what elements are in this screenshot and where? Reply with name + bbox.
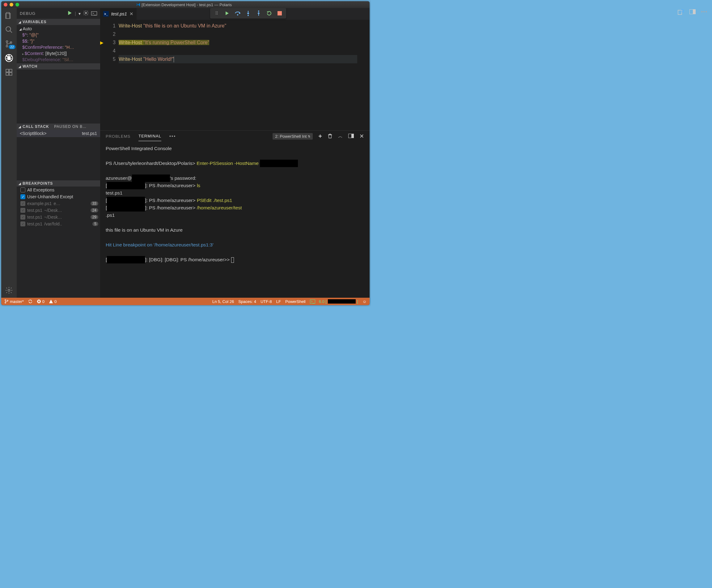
debug-header-label: DEBUG (20, 11, 36, 16)
continue-button[interactable] (223, 9, 232, 18)
variable-row[interactable]: $ConfirmPreference: "H… (19, 44, 100, 50)
svg-point-11 (85, 12, 86, 14)
breakpoint-row[interactable]: ✓test.ps1/var/fold..5 (17, 220, 100, 227)
panel-tab-terminal[interactable]: TERMINAL (139, 131, 161, 141)
breakpoint-row[interactable]: All Exceptions (17, 187, 100, 193)
svg-point-2 (6, 45, 8, 47)
checkbox-icon[interactable]: ✓ (20, 201, 25, 206)
svg-point-23 (5, 302, 6, 303)
tab-label: test.ps1 (111, 12, 127, 16)
breakpoint-row[interactable]: ✓example.ps1e…33 (17, 200, 100, 207)
minimize-window[interactable] (9, 3, 13, 6)
breakpoint-row[interactable]: ✓test.ps1~/Desk…24 (17, 207, 100, 214)
svg-point-0 (6, 26, 11, 31)
breakpoint-row[interactable]: ✓test.ps1~/Desk…29 (17, 214, 100, 220)
new-terminal-icon[interactable]: + (318, 133, 322, 140)
variables-scope-auto[interactable]: ◢ Auto (19, 26, 100, 32)
debug-sidebar: DEBUG | ▾ >_ ◢VARIABLES ◢ Auto $^: "@{"$… (17, 8, 100, 298)
svg-rect-17 (278, 11, 282, 16)
settings-gear-icon[interactable] (5, 286, 13, 295)
svg-point-15 (247, 15, 249, 16)
activity-bar: 22 (1, 8, 17, 298)
debug-drag-handle-icon[interactable]: ⠿ (212, 9, 221, 18)
callstack-frame[interactable]: <ScriptBlock>test.ps1 (17, 130, 100, 137)
variable-row[interactable]: ▸ $Content: [Byte[120]] (19, 50, 100, 57)
svg-point-14 (237, 14, 238, 16)
panel-tab-overflow-icon[interactable]: ••• (169, 134, 176, 139)
stop-button[interactable] (275, 9, 284, 18)
warnings-status[interactable]: 0 (49, 299, 57, 304)
step-into-button[interactable] (244, 9, 253, 18)
status-bar: master* 0 0 Ln 5, Col 26 Spaces: 4 UTF-8… (1, 298, 370, 305)
svg-point-5 (7, 56, 11, 60)
search-icon[interactable] (5, 25, 13, 34)
close-panel-icon[interactable]: ✕ (360, 133, 364, 140)
tab-test-ps1[interactable]: >_ test.ps1 ✕ (100, 8, 137, 20)
svg-rect-13 (351, 134, 354, 138)
zoom-window[interactable] (16, 3, 19, 6)
breakpoint-row[interactable]: ✓User-Unhandled Except (17, 193, 100, 200)
svg-rect-8 (6, 72, 9, 75)
debug-config-dropdown-icon[interactable]: ▾ (79, 11, 81, 16)
callstack-section-header[interactable]: ◢CALL STACK PAUSED ON B… (17, 124, 100, 130)
svg-point-22 (5, 299, 6, 301)
close-tab-icon[interactable]: ✕ (129, 12, 134, 16)
close-window[interactable] (4, 3, 7, 6)
variable-row[interactable]: $^: "@{" (19, 32, 100, 38)
powershell-version-status[interactable]: >_ 6.0 [] (310, 299, 358, 304)
feedback-icon[interactable]: ☺ (363, 299, 367, 304)
debug-settings-icon[interactable] (83, 10, 89, 17)
code-editor[interactable]: ▶ 12345 Write-Host "this file is on an U… (100, 20, 370, 130)
svg-point-1 (6, 41, 8, 42)
terminal-picker[interactable]: 2: PowerShell Int ⇅ (272, 133, 313, 140)
svg-rect-7 (9, 69, 12, 72)
language-status[interactable]: PowerShell (285, 299, 306, 304)
variable-row[interactable]: $$: "}" (19, 38, 100, 44)
svg-point-10 (8, 289, 10, 292)
debug-icon[interactable] (5, 54, 13, 62)
checkbox-icon[interactable]: ✓ (20, 222, 25, 226)
breakpoints-section-header[interactable]: ◢BREAKPOINTS (17, 180, 100, 187)
checkbox-icon[interactable] (20, 187, 25, 192)
extensions-icon[interactable] (5, 68, 13, 77)
scm-icon[interactable]: 22 (5, 40, 13, 48)
checkbox-icon[interactable]: ✓ (20, 208, 25, 213)
watch-section-header[interactable]: ◢WATCH (17, 63, 100, 69)
svg-point-16 (258, 10, 259, 12)
debug-config-separator: | (75, 11, 76, 16)
powershell-file-icon: >_ (103, 11, 109, 17)
debug-console-icon[interactable]: >_ (91, 12, 97, 16)
terminal-content[interactable]: PowerShell Integrated Console PS /Users/… (100, 142, 370, 298)
vscode-icon (136, 2, 140, 7)
minimap[interactable] (357, 20, 370, 130)
indentation-status[interactable]: Spaces: 4 (238, 299, 256, 304)
window-title: [Extension Development Host] - test.ps1 … (142, 2, 232, 7)
cursor-position-status[interactable]: Ln 5, Col 26 (212, 299, 234, 304)
checkbox-icon[interactable]: ✓ (20, 194, 25, 199)
variable-row[interactable]: $DebugPreference: "Sil… (19, 57, 100, 63)
split-terminal-icon[interactable] (348, 134, 354, 139)
maximize-panel-icon[interactable]: ︿ (338, 133, 343, 139)
scm-badge: 22 (9, 45, 16, 49)
variables-section-header[interactable]: ◢VARIABLES (17, 19, 100, 25)
step-out-button[interactable] (254, 9, 263, 18)
explorer-icon[interactable] (5, 11, 13, 20)
svg-rect-6 (6, 69, 9, 72)
panel-tab-problems[interactable]: PROBLEMS (106, 131, 130, 141)
encoding-status[interactable]: UTF-8 (261, 299, 272, 304)
restart-button[interactable] (265, 9, 274, 18)
titlebar: [Extension Development Host] - test.ps1 … (1, 1, 370, 8)
checkbox-icon[interactable]: ✓ (20, 215, 25, 219)
svg-rect-9 (9, 72, 12, 75)
step-over-button[interactable] (233, 9, 242, 18)
sync-status[interactable] (28, 299, 33, 303)
git-branch-status[interactable]: master* (4, 299, 24, 304)
eol-status[interactable]: LF (276, 299, 281, 304)
errors-status[interactable]: 0 (37, 299, 44, 304)
debug-toolbar: ⠿ (210, 8, 286, 19)
kill-terminal-icon[interactable] (328, 133, 332, 140)
start-debug-button[interactable] (67, 10, 72, 17)
